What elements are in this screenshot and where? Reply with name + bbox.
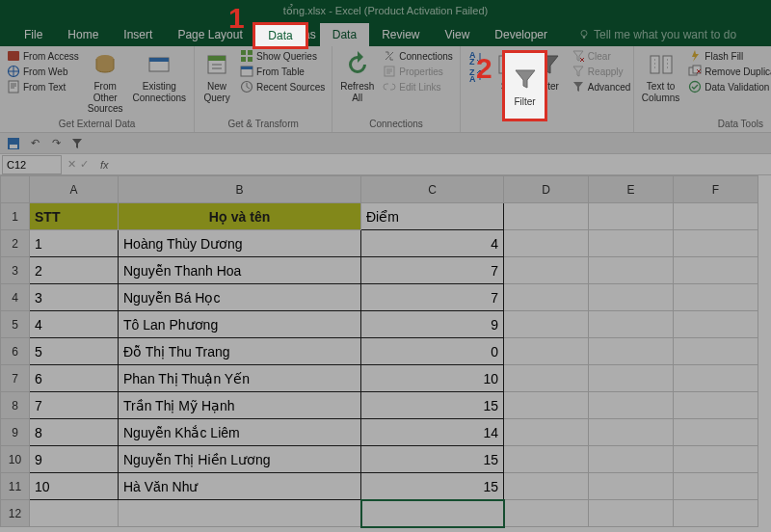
cell[interactable] xyxy=(589,257,674,284)
cell[interactable] xyxy=(674,230,758,257)
cell[interactable]: Nguyễn Bá Học xyxy=(119,284,361,311)
row-header[interactable]: 6 xyxy=(1,338,30,365)
cell[interactable]: 5 xyxy=(30,338,119,365)
tab-home[interactable]: Home xyxy=(55,23,111,46)
cell[interactable] xyxy=(30,500,119,527)
cancel-formula-icon[interactable]: ✕ xyxy=(67,158,76,171)
cell[interactable] xyxy=(589,311,674,338)
row-header[interactable]: 7 xyxy=(1,365,30,392)
row-header[interactable]: 2 xyxy=(1,230,30,257)
tab-developer[interactable]: Developer xyxy=(482,23,560,46)
from-table-button[interactable]: From Table xyxy=(237,64,328,79)
remove-duplicates-button[interactable]: Remove Duplicates xyxy=(685,64,771,79)
cell[interactable] xyxy=(504,257,589,284)
cell[interactable]: Đỗ Thị Thu Trang xyxy=(119,338,361,365)
tab-view[interactable]: View xyxy=(433,23,483,46)
row-header[interactable]: 8 xyxy=(1,392,30,419)
save-icon[interactable] xyxy=(6,136,21,151)
connections-button[interactable]: Connections xyxy=(380,48,456,64)
cell[interactable] xyxy=(674,446,758,473)
text-to-columns-button[interactable]: Text to Columns xyxy=(638,48,683,105)
formula-bar[interactable] xyxy=(115,155,771,174)
cell[interactable] xyxy=(589,392,674,419)
select-all-corner[interactable] xyxy=(1,176,30,203)
col-header-f[interactable]: F xyxy=(674,176,758,203)
cell[interactable]: Trần Thị Mỹ Hạnh xyxy=(119,392,361,419)
cell[interactable]: 9 xyxy=(30,446,119,473)
from-text-button[interactable]: From Text xyxy=(4,79,82,94)
cell[interactable]: 2 xyxy=(30,257,119,284)
cell[interactable]: 4 xyxy=(30,311,119,338)
cell[interactable]: 7 xyxy=(361,257,504,284)
tab-tellme[interactable]: Tell me what you want to do xyxy=(566,23,749,46)
cell[interactable] xyxy=(504,338,589,365)
filter-qat-icon[interactable] xyxy=(69,136,85,151)
cell[interactable]: Nguyễn Khắc Liêm xyxy=(119,419,361,446)
cell[interactable]: 9 xyxy=(361,311,504,338)
cell[interactable] xyxy=(504,284,589,311)
cell[interactable] xyxy=(589,203,674,230)
from-other-sources-button[interactable]: From Other Sources xyxy=(84,48,127,117)
row-header[interactable]: 4 xyxy=(1,284,30,311)
cell[interactable] xyxy=(674,500,758,527)
active-cell[interactable] xyxy=(361,500,504,527)
cell[interactable]: 15 xyxy=(361,473,504,500)
filter-button-highlighted[interactable]: Filter xyxy=(505,53,545,119)
tab-data[interactable]: Data xyxy=(320,23,369,46)
edit-links-button[interactable]: Edit Links xyxy=(380,79,456,94)
sort-za-button[interactable]: ZA xyxy=(466,67,488,83)
row-header[interactable]: 5 xyxy=(1,311,30,338)
cell[interactable] xyxy=(504,230,589,257)
cell[interactable] xyxy=(504,446,589,473)
spreadsheet-grid[interactable]: A B C D E F 1 STT Họ và tên Điểm 21Hoàng… xyxy=(0,175,771,532)
cell[interactable] xyxy=(589,365,674,392)
col-header-e[interactable]: E xyxy=(589,176,674,203)
existing-connections-button[interactable]: Existing Connections xyxy=(128,48,190,105)
row-header[interactable]: 11 xyxy=(1,473,30,500)
cell[interactable] xyxy=(589,230,674,257)
reapply-button[interactable]: Reapply xyxy=(569,64,633,79)
from-web-button[interactable]: From Web xyxy=(4,64,82,79)
cell[interactable]: Nguyễn Thị Hiền Lương xyxy=(119,446,361,473)
cell[interactable]: STT xyxy=(30,203,119,230)
tab-insert[interactable]: Insert xyxy=(111,23,165,46)
flash-fill-button[interactable]: Flash Fill xyxy=(685,48,771,64)
advanced-button[interactable]: Advanced xyxy=(569,79,633,94)
col-header-b[interactable]: B xyxy=(119,176,361,203)
cell[interactable]: Phan Thị Thuận Yến xyxy=(119,365,361,392)
cell[interactable]: 3 xyxy=(30,284,119,311)
row-header[interactable]: 1 xyxy=(1,203,30,230)
cell[interactable] xyxy=(589,500,674,527)
cell[interactable]: 15 xyxy=(361,392,504,419)
tab-review[interactable]: Review xyxy=(369,23,432,46)
cell[interactable]: Nguyễn Thanh Hoa xyxy=(119,257,361,284)
tab-file[interactable]: File xyxy=(12,23,55,46)
cell[interactable] xyxy=(504,392,589,419)
cell[interactable] xyxy=(674,365,758,392)
cell[interactable]: 1 xyxy=(30,230,119,257)
cell[interactable] xyxy=(674,338,758,365)
cell[interactable] xyxy=(589,419,674,446)
refresh-all-button[interactable]: Refresh All xyxy=(336,48,378,105)
cell[interactable] xyxy=(504,500,589,527)
cell[interactable] xyxy=(674,392,758,419)
row-header[interactable]: 3 xyxy=(1,257,30,284)
recent-sources-button[interactable]: Recent Sources xyxy=(237,79,328,94)
undo-icon[interactable]: ↶ xyxy=(27,136,42,151)
cell[interactable] xyxy=(674,257,758,284)
cell[interactable]: 10 xyxy=(361,365,504,392)
cell[interactable] xyxy=(674,419,758,446)
cell[interactable] xyxy=(674,203,758,230)
properties-button[interactable]: Properties xyxy=(380,64,456,79)
cell[interactable]: 14 xyxy=(361,419,504,446)
cell[interactable] xyxy=(674,473,758,500)
sort-az-button[interactable]: AZ xyxy=(466,50,488,66)
cell[interactable] xyxy=(589,473,674,500)
cell[interactable] xyxy=(119,500,361,527)
col-header-c[interactable]: C xyxy=(361,176,504,203)
clear-button[interactable]: Clear xyxy=(569,48,633,64)
cell[interactable] xyxy=(674,284,758,311)
name-box[interactable]: C12 xyxy=(2,155,62,174)
cell[interactable] xyxy=(504,419,589,446)
fx-icon[interactable]: fx xyxy=(94,159,115,171)
